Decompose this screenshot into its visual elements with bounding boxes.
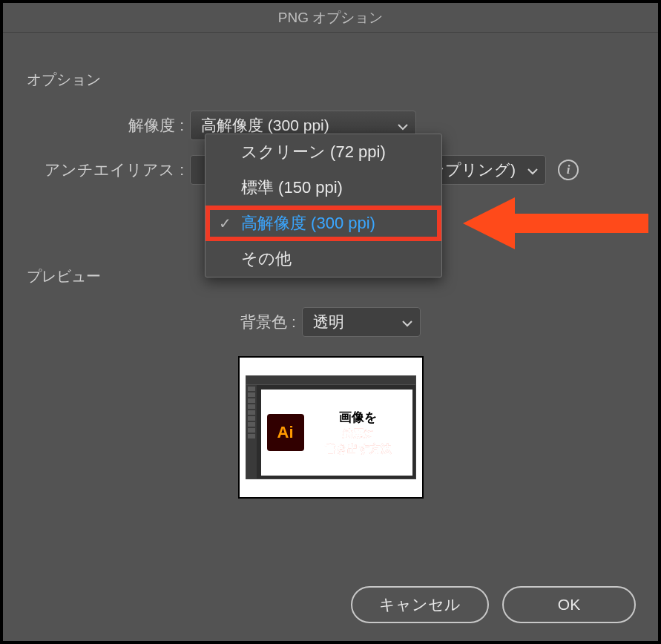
ai-logo-icon: Ai [267, 414, 304, 451]
thumbnail-menubar [246, 376, 415, 385]
chevron-down-icon [402, 313, 412, 331]
dropdown-item-label: 標準 (150 ppi) [241, 177, 343, 199]
resolution-dropdown: スクリーン (72 ppi) 標準 (150 ppi) ✓ 高解像度 (300 … [205, 134, 442, 277]
ok-button-label: OK [558, 596, 580, 614]
dialog-title: PNG オプション [278, 8, 383, 27]
preview-thumbnail: Ai 画像を 綺麗に 書き出す方法 [238, 356, 424, 499]
ok-button[interactable]: OK [502, 586, 636, 623]
dropdown-item-label: 高解像度 (300 ppi) [241, 212, 375, 234]
thumb-text-line-3: 書き出す方法 [325, 442, 392, 456]
thumb-text-line-1: 画像を [339, 409, 377, 426]
thumb-text-line-2: 綺麗に [343, 427, 374, 441]
cancel-button-label: キャンセル [379, 594, 461, 615]
thumbnail-text: 画像を 綺麗に 書き出す方法 [310, 409, 407, 456]
resolution-label: 解像度 : [25, 115, 190, 136]
background-color-value: 透明 [313, 312, 344, 332]
dialog-titlebar: PNG オプション [3, 3, 658, 33]
dialog-button-row: キャンセル OK [351, 586, 636, 623]
thumbnail-toolbar [246, 385, 257, 479]
svg-marker-0 [463, 197, 648, 249]
antialias-label: アンチエイリアス : [25, 160, 190, 180]
dropdown-item-standard[interactable]: 標準 (150 ppi) [205, 170, 441, 206]
info-icon[interactable]: i [558, 160, 579, 180]
dropdown-item-other[interactable]: その他 [205, 241, 441, 277]
options-section-title: オプション [27, 70, 636, 90]
resolution-selected-value: 高解像度 (300 ppi) [201, 115, 329, 136]
background-color-row: 背景色 : 透明 [25, 307, 636, 337]
thumbnail-app-window: Ai 画像を 綺麗に 書き出す方法 [246, 375, 416, 479]
chevron-down-icon [527, 161, 538, 179]
dropdown-item-label: スクリーン (72 ppi) [241, 141, 386, 163]
background-color-label: 背景色 : [240, 312, 296, 332]
preview-thumbnail-container: Ai 画像を 綺麗に 書き出す方法 [25, 356, 636, 499]
png-options-dialog: PNG オプション オプション 解像度 : 高解像度 (300 ppi) アンチ… [3, 3, 658, 641]
dropdown-item-high[interactable]: ✓ 高解像度 (300 ppi) [205, 206, 441, 241]
check-icon: ✓ [219, 214, 231, 232]
dropdown-item-label: その他 [241, 248, 292, 270]
dropdown-item-screen[interactable]: スクリーン (72 ppi) [205, 134, 441, 170]
annotation-arrow-icon [463, 197, 648, 249]
thumbnail-canvas: Ai 画像を 綺麗に 書き出す方法 [261, 390, 412, 476]
background-color-select[interactable]: 透明 [302, 307, 421, 337]
cancel-button[interactable]: キャンセル [351, 586, 489, 623]
chevron-down-icon [398, 116, 408, 134]
